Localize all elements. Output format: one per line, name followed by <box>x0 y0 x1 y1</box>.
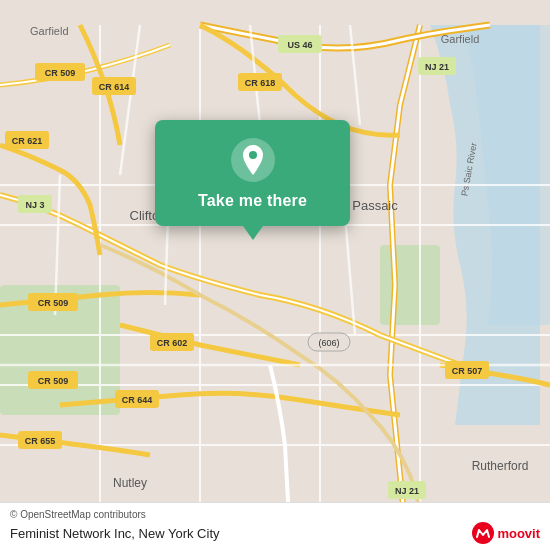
svg-text:CR 507: CR 507 <box>452 366 483 376</box>
svg-text:US 46: US 46 <box>287 40 312 50</box>
svg-text:Passaic: Passaic <box>352 198 398 213</box>
svg-point-56 <box>472 522 494 544</box>
svg-text:NJ 3: NJ 3 <box>25 200 44 210</box>
svg-text:CR 644: CR 644 <box>122 395 153 405</box>
svg-point-55 <box>249 151 257 159</box>
svg-text:CR 614: CR 614 <box>99 82 130 92</box>
popup-card: Take me there <box>155 120 350 226</box>
map-container: CR 509 US 46 NJ 21 CR 614 CR 618 NJ 3 CR… <box>0 0 550 550</box>
svg-text:Nutley: Nutley <box>113 476 147 490</box>
location-icon-wrapper <box>231 138 275 182</box>
location-title-line: Feminist Network Inc, New York City moov… <box>10 522 540 544</box>
svg-text:CR 655: CR 655 <box>25 436 56 446</box>
svg-text:CR 618: CR 618 <box>245 78 276 88</box>
moovit-label: moovit <box>497 526 540 541</box>
take-me-there-button[interactable]: Take me there <box>198 192 307 210</box>
location-name: Feminist Network Inc, New York City <box>10 526 220 541</box>
copyright-text: © OpenStreetMap contributors <box>10 509 540 520</box>
svg-line-13 <box>350 25 360 125</box>
svg-text:Rutherford: Rutherford <box>472 459 529 473</box>
location-pin-icon <box>240 145 266 175</box>
svg-text:NJ 21: NJ 21 <box>395 486 419 496</box>
svg-text:CR 621: CR 621 <box>12 136 43 146</box>
svg-rect-1 <box>380 245 440 325</box>
svg-text:NJ 21: NJ 21 <box>425 62 449 72</box>
svg-text:CR 509: CR 509 <box>38 298 69 308</box>
svg-text:(606): (606) <box>318 338 339 348</box>
svg-text:CR 602: CR 602 <box>157 338 188 348</box>
svg-text:CR 509: CR 509 <box>38 376 69 386</box>
svg-text:CR 509: CR 509 <box>45 68 76 78</box>
map-svg: CR 509 US 46 NJ 21 CR 614 CR 618 NJ 3 CR… <box>0 0 550 550</box>
bottom-bar: © OpenStreetMap contributors Feminist Ne… <box>0 502 550 550</box>
svg-line-11 <box>120 25 140 175</box>
svg-text:Garfield: Garfield <box>441 33 480 45</box>
moovit-logo: moovit <box>472 522 540 544</box>
moovit-icon <box>472 522 494 544</box>
svg-text:Garfield: Garfield <box>30 25 69 37</box>
